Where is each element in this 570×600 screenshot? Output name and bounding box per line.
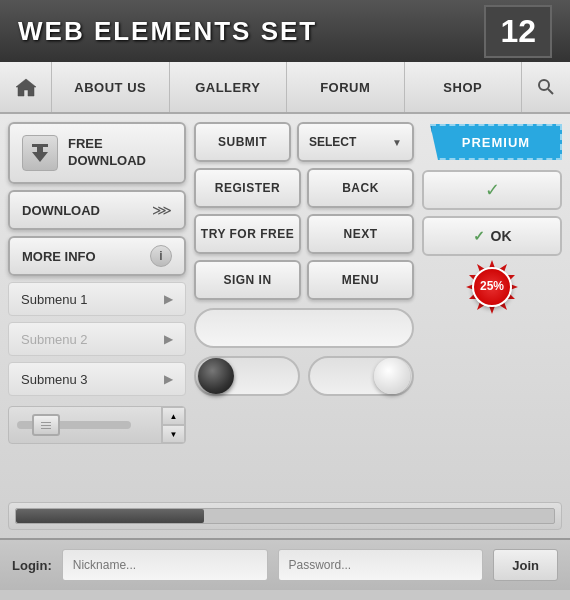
seal-container: 25% — [422, 262, 562, 312]
free-download-button[interactable]: FREEDOWNLOAD — [8, 122, 186, 184]
btn-row-1: SUBMIT SELECT ▼ — [194, 122, 414, 162]
middle-panel: SUBMIT SELECT ▼ REGISTER BACK TRY FOR FR… — [194, 122, 414, 498]
info-icon: i — [150, 245, 172, 267]
header-number: 12 — [484, 5, 552, 58]
submenu-item-3[interactable]: Submenu 3 ▶ — [8, 362, 186, 396]
submenu-label-3: Submenu 3 — [21, 372, 88, 387]
check-icon: ✓ — [485, 179, 500, 201]
free-download-label: FREEDOWNLOAD — [68, 136, 146, 170]
back-button[interactable]: BACK — [307, 168, 414, 208]
toggle-knob-light — [374, 358, 410, 394]
register-button[interactable]: REGISTER — [194, 168, 301, 208]
slider[interactable]: ▲ ▼ — [8, 406, 186, 444]
nav-shop[interactable]: SHOP — [405, 62, 523, 112]
next-button[interactable]: NEXT — [307, 214, 414, 254]
ok-button[interactable]: ✓ OK — [422, 216, 562, 256]
ok-check-icon: ✓ — [473, 228, 485, 244]
oval-input-field[interactable] — [194, 308, 414, 348]
select-label: SELECT — [309, 135, 356, 149]
premium-ribbon: PREMIUM — [430, 124, 562, 160]
submenu-item-2[interactable]: Submenu 2 ▶ — [8, 322, 186, 356]
home-icon — [15, 77, 37, 97]
nav-home-button[interactable] — [0, 62, 52, 112]
svg-marker-0 — [16, 79, 36, 96]
navbar: ABOUT US GALLERY FORUM SHOP — [0, 62, 570, 114]
select-arrow-icon: ▼ — [392, 137, 402, 148]
header: WEB ELEMENTS SET 12 — [0, 0, 570, 62]
submit-button[interactable]: SUBMIT — [194, 122, 291, 162]
more-info-button[interactable]: MORE INFO i — [8, 236, 186, 276]
btn-row-4: SIGN IN MENU — [194, 260, 414, 300]
submenu-label-1: Submenu 1 — [21, 292, 88, 307]
header-title: WEB ELEMENTS SET — [18, 16, 484, 47]
svg-line-2 — [548, 89, 553, 94]
login-label: Login: — [12, 558, 52, 573]
toggle-row — [194, 354, 414, 398]
sign-in-button[interactable]: SIGN IN — [194, 260, 301, 300]
submenu-arrow-1: ▶ — [164, 292, 173, 306]
nav-about-us[interactable]: ABOUT US — [52, 62, 170, 112]
download-button[interactable]: DOWNLOAD ⋙ — [8, 190, 186, 230]
more-info-label: MORE INFO — [22, 249, 96, 264]
btn-row-3: TRY FOR FREE NEXT — [194, 214, 414, 254]
download-icon — [22, 135, 58, 171]
seal-percent: 25% — [480, 280, 504, 293]
checkmark-button[interactable]: ✓ — [422, 170, 562, 210]
footer-login-bar: Login: Join — [0, 538, 570, 590]
progress-fill — [16, 509, 204, 523]
search-button[interactable] — [522, 62, 570, 112]
scroll-up-button[interactable]: ▲ — [162, 407, 185, 425]
submenu-label-2: Submenu 2 — [21, 332, 88, 347]
svg-marker-4 — [32, 147, 48, 162]
nickname-input[interactable] — [62, 549, 268, 581]
submenu-item-1[interactable]: Submenu 1 ▶ — [8, 282, 186, 316]
menu-button[interactable]: MENU — [307, 260, 414, 300]
download-btn-label: DOWNLOAD — [22, 203, 100, 218]
search-icon — [537, 78, 555, 96]
svg-point-1 — [539, 80, 549, 90]
submenu-arrow-2: ▶ — [164, 332, 173, 346]
download-arrow-icon — [29, 142, 51, 164]
nav-gallery[interactable]: GALLERY — [170, 62, 288, 112]
ok-label: OK — [491, 228, 512, 244]
progress-track — [15, 508, 555, 524]
toggle-light[interactable] — [308, 356, 414, 396]
toggle-dark[interactable] — [194, 356, 300, 396]
right-panel: PREMIUM ✓ ✓ OK 25% — [422, 122, 562, 498]
nav-forum[interactable]: FORUM — [287, 62, 405, 112]
progress-bar-area — [8, 502, 562, 530]
main-content: FREEDOWNLOAD DOWNLOAD ⋙ MORE INFO i Subm… — [0, 114, 570, 538]
scroll-down-button[interactable]: ▼ — [162, 425, 185, 443]
join-button[interactable]: Join — [493, 549, 558, 581]
svg-rect-3 — [32, 144, 48, 147]
toggle-knob-dark — [198, 358, 234, 394]
try-for-free-button[interactable]: TRY FOR FREE — [194, 214, 301, 254]
submenu-arrow-3: ▶ — [164, 372, 173, 386]
content-row-top: FREEDOWNLOAD DOWNLOAD ⋙ MORE INFO i Subm… — [8, 122, 562, 498]
btn-row-2: REGISTER BACK — [194, 168, 414, 208]
chevron-down-icon: ⋙ — [152, 202, 172, 218]
password-input[interactable] — [278, 549, 484, 581]
select-button[interactable]: SELECT ▼ — [297, 122, 414, 162]
left-panel: FREEDOWNLOAD DOWNLOAD ⋙ MORE INFO i Subm… — [8, 122, 186, 498]
premium-label: PREMIUM — [462, 135, 530, 150]
